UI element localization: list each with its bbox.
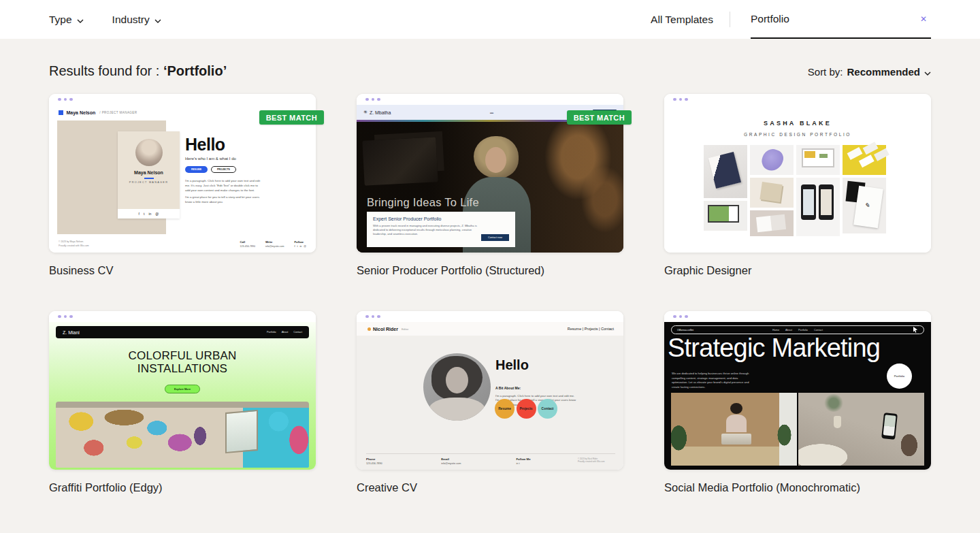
mini-tagline: Here's who I am & what I do [185, 157, 301, 161]
site-thumbnail: Maya Nelson / PROJECT MANAGER Maya Nelso… [49, 105, 316, 253]
collage-book-image [704, 145, 747, 198]
cursor-icon [913, 327, 918, 333]
sort-label: Sort by: [808, 66, 843, 78]
instagram-icon: @ [304, 245, 306, 248]
mini-box-title: Expert Senior Producer Portfolio [373, 216, 509, 221]
template-card-social-media: I.Moreau.cellini Home About Portfolio Co… [664, 311, 931, 494]
mini-projects-button: PROJECTS [211, 166, 236, 173]
mini-circle-buttons: Resume Projects Contact [495, 399, 557, 419]
site-thumbnail: SASHA BLAKE GRAPHIC DESIGN PORTFOLIO [664, 105, 931, 253]
mini-headline: Hello [185, 135, 301, 155]
page-title: Results found for : ‘Portfolio’ [49, 63, 227, 79]
sort-value: Recommended [847, 66, 920, 78]
mini-site-header: Nicol Rider Editor Resume | Projects | C… [357, 322, 623, 336]
browser-dots-icon [664, 94, 931, 105]
social-icons-row: f t in @ [118, 209, 180, 219]
mini-headline: COLORFUL URBAN INSTALLATIONS [49, 349, 316, 376]
browser-dots-icon [49, 94, 316, 105]
mini-nav-links: Home About Portfolio Contact [672, 329, 924, 332]
site-thumbnail: Z. Miani Portfolio About Contact COLORFU… [49, 322, 316, 470]
collage-box-image [750, 178, 794, 208]
camera-shape [362, 137, 438, 186]
tab-all-templates[interactable]: All Templates [651, 0, 713, 39]
site-thumbnail: ✳Z. Mbatha ▬ Get in Touch Bringing Ideas… [357, 105, 623, 253]
filter-group: Type Industry [49, 0, 161, 39]
portfolio-collage [704, 145, 892, 236]
tab-portfolio-label: Portfolio [751, 13, 789, 25]
twitter-icon: t [297, 245, 298, 248]
template-title[interactable]: Graphic Designer [664, 264, 931, 277]
mini-site-header: Z. Miani Portfolio About Contact [56, 326, 309, 338]
best-match-badge: BEST MATCH [567, 110, 632, 125]
mini-copyright: © 2023 by Nicol Rider Proudly created wi… [578, 457, 615, 464]
mini-logo: Maya Nelson [67, 110, 96, 115]
linkedin-icon: in [300, 245, 302, 248]
chevron-down-icon [924, 66, 931, 78]
mini-headline: SASHA BLAKE [664, 120, 931, 127]
office-photo [671, 393, 797, 466]
mini-logo: Nicol Rider Editor [366, 327, 408, 332]
mini-explore-button: Explore More [165, 385, 200, 393]
mini-footer: © 2023 by Maya Nelson. Proudly created w… [59, 240, 306, 248]
mini-portfolio-button: Portfolio [887, 364, 912, 389]
linkedin-icon: in [148, 212, 151, 216]
mini-subtitle: GRAPHIC DESIGN PORTFOLIO [664, 132, 931, 137]
mini-paragraph: I'm a great place for you to tell a stor… [185, 195, 263, 205]
template-card-creative-cv: Nicol Rider Editor Resume | Projects | C… [357, 311, 623, 494]
collage-business-cards-image [843, 145, 886, 175]
mini-nav-links: Resume | Projects | Contact [568, 327, 614, 331]
profile-role: PROJECT MANAGER [118, 181, 180, 184]
tab-divider [730, 12, 730, 27]
industry-filter-label: Industry [112, 14, 150, 26]
template-preview[interactable]: Nicol Rider Editor Resume | Projects | C… [357, 311, 623, 470]
template-preview[interactable]: SASHA BLAKE GRAPHIC DESIGN PORTFOLIO [664, 94, 931, 253]
logo-dot-icon [368, 327, 371, 331]
profile-card: Maya Nelson PROJECT MANAGER f t in @ [118, 131, 180, 219]
person-shape [485, 147, 506, 173]
template-title[interactable]: Social Media Portfolio (Monochromatic) [664, 481, 931, 494]
template-title[interactable]: Senior Producer Portfolio (Structured) [357, 264, 623, 277]
collage-desktop-image [796, 145, 840, 175]
sort-dropdown[interactable]: Sort by: Recommended [808, 66, 931, 78]
template-card-senior-producer: ✳Z. Mbatha ▬ Get in Touch Bringing Ideas… [357, 94, 623, 277]
mini-logo-role: / PROJECT MANAGER [99, 111, 137, 114]
results-header: Results found for : ‘Portfolio’ Sort by:… [0, 39, 980, 94]
template-title[interactable]: Graffiti Portfolio (Edgy) [49, 481, 316, 494]
results-query: ‘Portfolio’ [163, 63, 227, 78]
best-match-badge: BEST MATCH [259, 110, 324, 125]
hero-content: Hello Here's who I am & what I do RESUME… [185, 135, 301, 205]
mini-projects-button: Projects [517, 399, 536, 419]
mini-logo: Z. Miani [63, 330, 80, 335]
collage-stationery-image [843, 178, 886, 233]
template-preview[interactable]: I.Moreau.cellini Home About Portfolio Co… [664, 311, 931, 470]
industry-filter-dropdown[interactable]: Industry [112, 14, 161, 26]
site-thumbnail: I.Moreau.cellini Home About Portfolio Co… [664, 322, 931, 470]
template-title[interactable]: Business CV [49, 264, 316, 277]
type-filter-dropdown[interactable]: Type [49, 14, 84, 26]
mini-buttons: RESUME PROJECTS [185, 166, 301, 173]
divider [144, 178, 154, 179]
close-icon[interactable]: ✕ [916, 12, 931, 27]
site-thumbnail: Nicol Rider Editor Resume | Projects | C… [357, 322, 623, 470]
window-shape [225, 409, 258, 453]
mini-headline: Bringing Ideas To Life [367, 196, 479, 209]
mini-headline: Hello [495, 357, 529, 373]
type-filter-label: Type [49, 14, 72, 26]
tab-portfolio[interactable]: Portfolio ✕ [751, 0, 931, 39]
instagram-icon: @ [155, 212, 159, 216]
template-tabs: All Templates Portfolio ✕ [651, 0, 931, 39]
browser-dots-icon [357, 311, 623, 322]
graffiti-image [56, 402, 309, 468]
mini-site-header: Maya Nelson / PROJECT MANAGER [59, 110, 137, 115]
collage-monitor-image [704, 201, 747, 231]
template-grid: Maya Nelson / PROJECT MANAGER Maya Nelso… [0, 94, 980, 494]
mini-contact-button: Contact [538, 399, 557, 419]
template-title[interactable]: Creative CV [357, 481, 623, 494]
results-section: Results found for : ‘Portfolio’ Sort by:… [0, 39, 980, 494]
template-preview[interactable]: Z. Miani Portfolio About Contact COLORFU… [49, 311, 316, 470]
hero-image: Bringing Ideas To Life Expert Senior Pro… [357, 120, 623, 253]
mini-copyright: © 2023 by Maya Nelson. Proudly created w… [59, 240, 89, 248]
twitter-icon: t [144, 212, 144, 216]
template-card-business-cv: Maya Nelson / PROJECT MANAGER Maya Nelso… [49, 94, 316, 277]
facebook-icon: f [139, 212, 140, 216]
